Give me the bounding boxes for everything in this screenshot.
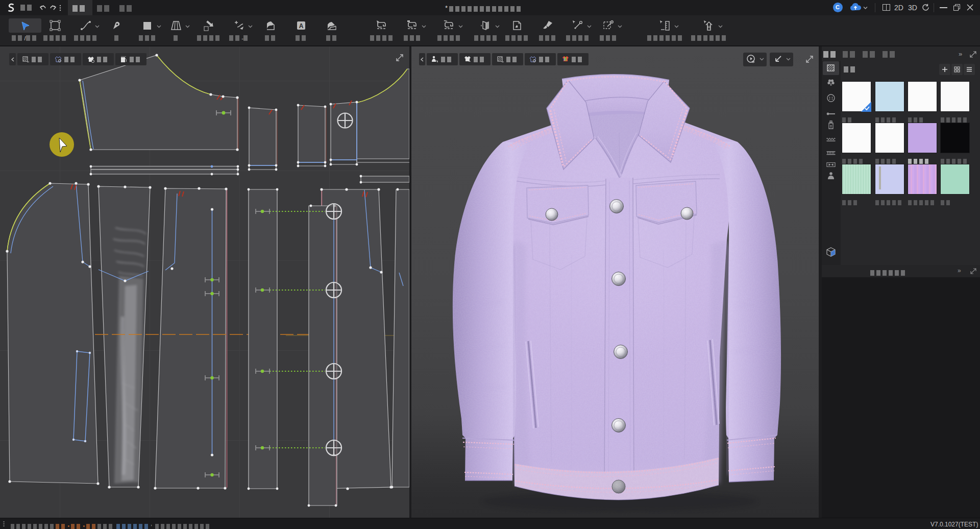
svg-text:A: A — [299, 22, 304, 30]
